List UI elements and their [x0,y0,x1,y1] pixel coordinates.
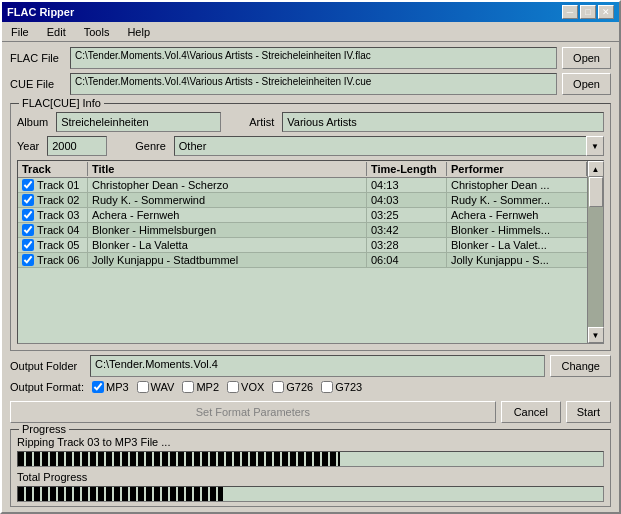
genre-dropdown-arrow[interactable]: ▼ [586,136,604,156]
row-time-cell: 04:13 [367,178,447,192]
format-mp2-checkbox[interactable] [182,381,194,393]
menu-help[interactable]: Help [123,25,154,39]
format-mp3-label: MP3 [106,381,129,393]
row-title-cell: Jolly Kunjappu - Stadtbummel [88,253,367,267]
row-track-label: Track 02 [37,194,79,206]
table-body: Track 01 Christopher Dean - Scherzo 04:1… [18,178,587,343]
format-g726-label: G726 [286,381,313,393]
progress-group: Progress Ripping Track 03 to MP3 File ..… [10,429,611,507]
format-mp2-label: MP2 [196,381,219,393]
flac-file-input[interactable]: C:\Tender.Moments.Vol.4\Various Artists … [70,47,557,69]
scroll-down-button[interactable]: ▼ [588,327,604,343]
scroll-thumb[interactable] [589,177,603,207]
window-title: FLAC Ripper [7,6,74,18]
row-time-cell: 03:25 [367,208,447,222]
row-checkbox[interactable] [22,224,34,236]
track-table: Track Title Time-Length Performer Track … [18,161,587,343]
menu-bar: File Edit Tools Help [2,22,619,42]
scroll-up-button[interactable]: ▲ [588,161,604,177]
row-performer-cell: Achera - Fernweh [447,208,587,222]
format-g723-checkbox[interactable] [321,381,333,393]
menu-edit[interactable]: Edit [43,25,70,39]
start-button[interactable]: Start [566,401,611,423]
track-progress-bar [17,451,604,467]
info-group-label: FLAC[CUE] Info [19,97,104,109]
row-track-cell: Track 02 [18,193,88,207]
genre-wrapper: Other ▼ [174,136,604,156]
cancel-button[interactable]: Cancel [501,401,561,423]
format-g723: G723 [321,381,362,393]
row-checkbox[interactable] [22,194,34,206]
format-wav-checkbox[interactable] [137,381,149,393]
row-track-cell: Track 06 [18,253,88,267]
col-header-track: Track [18,162,88,176]
row-time-cell: 04:03 [367,193,447,207]
track-progress-fill [18,452,340,466]
table-row: Track 05 Blonker - La Valetta 03:28 Blon… [18,238,587,253]
table-row: Track 03 Achera - Fernweh 03:25 Achera -… [18,208,587,223]
output-folder-input[interactable]: C:\Tender.Moments.Vol.4 [90,355,545,377]
change-folder-button[interactable]: Change [550,355,611,377]
row-performer-cell: Rudy K. - Sommer... [447,193,587,207]
table-scrollbar: ▲ ▼ [587,161,603,343]
cue-file-label: CUE File [10,78,65,90]
maximize-button[interactable]: □ [580,5,596,19]
table-row: Track 04 Blonker - Himmelsburgen 03:42 B… [18,223,587,238]
track-table-wrap: Track Title Time-Length Performer Track … [17,160,604,344]
cue-file-row: CUE File C:\Tender.Moments.Vol.4\Various… [10,73,611,95]
year-input[interactable] [47,136,107,156]
row-track-cell: Track 03 [18,208,88,222]
total-progress-fill [18,487,223,501]
progress-group-label: Progress [19,423,69,435]
col-header-time: Time-Length [367,162,447,176]
row-performer-cell: Christopher Dean ... [447,178,587,192]
progress-status-text: Ripping Track 03 to MP3 File ... [17,436,604,448]
menu-tools[interactable]: Tools [80,25,114,39]
output-folder-label: Output Folder [10,360,85,372]
menu-file[interactable]: File [7,25,33,39]
format-mp3-checkbox[interactable] [92,381,104,393]
title-bar-buttons: ─ □ ✕ [562,5,614,19]
row-track-label: Track 04 [37,224,79,236]
album-input[interactable] [56,112,221,132]
artist-label: Artist [249,116,274,128]
row-performer-cell: Blonker - La Valet... [447,238,587,252]
format-vox: VOX [227,381,264,393]
format-g726-checkbox[interactable] [272,381,284,393]
cue-open-button[interactable]: Open [562,73,611,95]
format-g726: G726 [272,381,313,393]
row-checkbox[interactable] [22,239,34,251]
format-wav: WAV [137,381,175,393]
total-progress-bar [17,486,604,502]
year-label: Year [17,140,39,152]
genre-label: Genre [135,140,166,152]
genre-display: Other [174,136,604,156]
format-mp3: MP3 [92,381,129,393]
row-track-label: Track 01 [37,179,79,191]
title-bar: FLAC Ripper ─ □ ✕ [2,2,619,22]
set-format-button[interactable]: Set Format Parameters [10,401,496,423]
row-title-cell: Blonker - La Valetta [88,238,367,252]
close-button[interactable]: ✕ [598,5,614,19]
action-right-buttons: Cancel Start [501,401,611,423]
cue-file-input[interactable]: C:\Tender.Moments.Vol.4\Various Artists … [70,73,557,95]
row-performer-cell: Jolly Kunjappu - S... [447,253,587,267]
table-row: Track 01 Christopher Dean - Scherzo 04:1… [18,178,587,193]
minimize-button[interactable]: ─ [562,5,578,19]
row-title-cell: Rudy K. - Sommerwind [88,193,367,207]
row-title-cell: Achera - Fernweh [88,208,367,222]
artist-input[interactable] [282,112,604,132]
flac-file-label: FLAC File [10,52,65,64]
row-checkbox[interactable] [22,254,34,266]
output-folder-row: Output Folder C:\Tender.Moments.Vol.4 Ch… [10,355,611,377]
info-group: FLAC[CUE] Info Album Artist Year Genre O… [10,103,611,351]
album-artist-row: Album Artist [17,112,604,132]
scroll-track[interactable] [588,177,603,327]
year-genre-row: Year Genre Other ▼ [17,136,604,156]
row-checkbox[interactable] [22,179,34,191]
row-performer-cell: Blonker - Himmels... [447,223,587,237]
format-vox-checkbox[interactable] [227,381,239,393]
row-checkbox[interactable] [22,209,34,221]
flac-open-button[interactable]: Open [562,47,611,69]
flac-file-row: FLAC File C:\Tender.Moments.Vol.4\Variou… [10,47,611,69]
